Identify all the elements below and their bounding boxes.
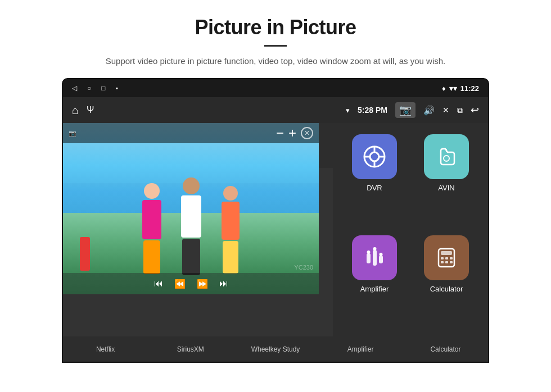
close-icon[interactable]: ✕ — [442, 106, 449, 115]
amplifier-bottom-label: Amplifier — [318, 345, 403, 353]
pip-bottom-controls[interactable]: ⏮ ⏪ ⏩ ⏭ — [63, 273, 319, 294]
status-bar-info: ♦ ▾▾ 11:22 — [442, 84, 479, 93]
beach-scene — [63, 123, 319, 294]
next-icon[interactable]: ⏩ — [197, 279, 208, 289]
back-nav-icon[interactable]: ↩ — [471, 104, 479, 116]
svg-rect-21 — [450, 261, 453, 263]
people-scene — [63, 172, 319, 273]
calculator-app-cell[interactable]: Calculator — [410, 230, 482, 331]
calculator-icon-box — [424, 235, 469, 280]
dvr-icon — [362, 144, 387, 169]
svg-point-6 — [444, 156, 449, 161]
svg-rect-18 — [450, 257, 453, 259]
page-subtitle: Support video picture in picture functio… — [45, 54, 506, 68]
avin-icon-box — [424, 134, 469, 179]
app-bar-left: ⌂ Ψ — [72, 104, 94, 117]
svg-rect-16 — [441, 257, 444, 259]
usb-icon: Ψ — [87, 105, 94, 115]
pip-plus-btn[interactable]: + — [288, 125, 296, 141]
title-divider — [264, 45, 287, 47]
svg-rect-17 — [445, 257, 448, 259]
video-area: 📷 − + ✕ ⏮ ⏪ ⏩ ⏭ YC — [63, 123, 333, 336]
svg-rect-15 — [441, 251, 452, 255]
camera-icon[interactable]: 📷 — [395, 102, 415, 118]
app-bar: ⌂ Ψ ▾ 5:28 PM 📷 🔊 ✕ ⧉ ↩ — [63, 97, 488, 123]
pip-window[interactable]: 📷 − + ✕ ⏮ ⏪ ⏩ ⏭ YC — [63, 123, 319, 294]
menu-icon[interactable]: ▪ — [116, 84, 118, 92]
location-icon: ♦ — [442, 84, 446, 93]
amplifier-icon — [362, 245, 387, 270]
svg-rect-19 — [441, 261, 444, 263]
home-icon[interactable]: ○ — [87, 84, 91, 92]
svg-point-13 — [380, 253, 383, 256]
status-bar: ◁ ○ □ ▪ ♦ ▾▾ 11:22 — [63, 79, 488, 97]
device-frame: ◁ ○ □ ▪ ♦ ▾▾ 11:22 ⌂ Ψ ▾ 5:28 PM 📷 🔊 ✕ ⧉… — [62, 78, 489, 363]
wheelkey-bottom-label: Wheelkey Study — [233, 345, 318, 353]
pip-toolbar: 📷 − + ✕ — [63, 123, 319, 143]
status-bar-nav: ◁ ○ □ ▪ — [72, 84, 118, 92]
svg-point-12 — [373, 247, 377, 250]
dvr-icon-box — [352, 134, 397, 179]
svg-rect-9 — [373, 250, 377, 266]
pip-minus-btn[interactable]: − — [276, 125, 284, 141]
bottom-labels-bar: Netflix SiriusXM Wheelkey Study Amplifie… — [63, 336, 488, 362]
rewind-icon[interactable]: ⏮ — [154, 279, 163, 289]
siriusxm-bottom-label: SiriusXM — [148, 345, 233, 353]
svg-rect-8 — [367, 253, 371, 263]
calculator-label: Calculator — [430, 285, 463, 293]
avin-label: AVIN — [438, 184, 454, 192]
svg-rect-20 — [445, 261, 448, 263]
svg-point-11 — [367, 250, 371, 254]
svg-point-1 — [370, 152, 379, 161]
svg-rect-10 — [379, 256, 383, 263]
calculator-bottom-label: Calculator — [403, 345, 488, 353]
wifi-icon: ▾▾ — [449, 84, 457, 93]
clock: 11:22 — [460, 84, 479, 93]
pip-resize-controls[interactable]: − + ✕ — [276, 125, 313, 141]
wifi-status-icon: ▾ — [346, 106, 350, 115]
header-section: Picture in Picture Support video picture… — [0, 0, 551, 78]
pip-close-btn[interactable]: ✕ — [301, 127, 313, 139]
back-icon[interactable]: ◁ — [72, 84, 77, 92]
calculator-icon — [434, 245, 459, 270]
amplifier-icon-box — [352, 235, 397, 280]
app-bar-time: 5:28 PM — [358, 106, 387, 115]
amplifier-app-cell[interactable]: Amplifier — [338, 230, 410, 331]
netflix-bottom-label: Netflix — [63, 345, 148, 353]
pip-icon[interactable]: ⧉ — [457, 106, 463, 115]
dvr-app-cell[interactable]: DVR — [338, 129, 410, 230]
watermark: YC230 — [294, 264, 313, 271]
pip-camera-icon: 📷 — [69, 130, 76, 137]
avin-app-cell[interactable]: AVIN — [410, 129, 482, 230]
main-content: 📷 − + ✕ ⏮ ⏪ ⏩ ⏭ YC — [63, 123, 488, 336]
app-bar-right: ▾ 5:28 PM 📷 🔊 ✕ ⧉ ↩ — [346, 102, 479, 118]
amplifier-label: Amplifier — [360, 285, 389, 293]
fast-forward-icon[interactable]: ⏭ — [219, 279, 228, 289]
recents-icon[interactable]: □ — [101, 84, 105, 92]
volume-icon[interactable]: 🔊 — [423, 105, 435, 116]
page-title: Picture in Picture — [45, 16, 506, 39]
avin-icon — [434, 144, 459, 169]
apps-grid: DVR AVIN — [333, 123, 488, 336]
prev-icon[interactable]: ⏪ — [174, 279, 186, 289]
dvr-label: DVR — [367, 184, 382, 192]
home-button[interactable]: ⌂ — [72, 104, 79, 117]
